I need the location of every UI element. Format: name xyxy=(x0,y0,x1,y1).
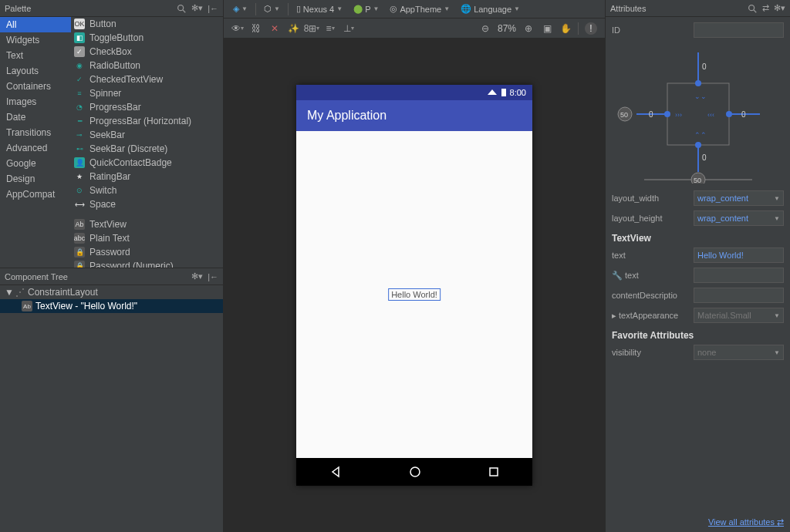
palette-item[interactable]: ✓CheckBox xyxy=(71,45,223,59)
palette-item-label: Plain Text xyxy=(89,233,130,244)
widget-icon: ✓ xyxy=(74,74,85,85)
palette-item[interactable]: ★RatingBar xyxy=(71,170,223,184)
palette-item[interactable]: ≡Spinner xyxy=(71,86,223,100)
gear-icon[interactable]: ✻▾ xyxy=(191,3,203,13)
text-appearance-field[interactable]: Material.Small▼ xyxy=(694,308,784,323)
widget-icon: 🔒 xyxy=(74,261,85,268)
layout-height-field[interactable]: wrap_content▼ xyxy=(694,210,784,226)
orientation-button[interactable]: ⬡▼ xyxy=(261,2,283,15)
align-icon[interactable]: ⊥▾ xyxy=(343,22,355,35)
back-icon[interactable] xyxy=(329,466,342,478)
infer-constraints-icon[interactable]: ✨ xyxy=(287,22,299,35)
gear-icon[interactable]: ✻▾ xyxy=(191,271,203,281)
palette-category[interactable]: All xyxy=(0,17,71,32)
palette-category[interactable]: Widgets xyxy=(0,32,71,48)
nav-bar xyxy=(296,458,532,486)
palette-items: OKButton◧ToggleButton✓CheckBox◉RadioButt… xyxy=(71,17,223,268)
palette-category[interactable]: Google xyxy=(0,156,71,171)
id-field[interactable] xyxy=(694,22,784,38)
textview-widget[interactable]: Hello World! xyxy=(388,288,441,301)
component-tree-title: Component Tree xyxy=(5,272,187,281)
pan-icon[interactable]: ✋ xyxy=(559,22,572,35)
device-selector[interactable]: ▯ Nexus 4▼ xyxy=(293,2,346,15)
search-icon[interactable] xyxy=(747,3,758,14)
palette-item xyxy=(71,211,223,217)
palette-category[interactable]: Layouts xyxy=(0,63,71,79)
visibility-field[interactable]: none▼ xyxy=(694,345,784,360)
zoom-out-icon[interactable]: ⊖ xyxy=(479,22,491,35)
view-mode-icon[interactable]: 👁▾ xyxy=(231,22,244,35)
widget-icon: ◔ xyxy=(74,102,85,113)
language-selector[interactable]: 🌐 Language▼ xyxy=(457,2,523,15)
home-icon[interactable] xyxy=(409,466,421,478)
theme-selector[interactable]: ◎AppTheme▼ xyxy=(387,2,453,15)
tree-root[interactable]: ▼ ⋰ ConstraintLayout xyxy=(0,285,223,299)
palette-item[interactable]: 🔒Password xyxy=(71,245,223,259)
palette-category[interactable]: Transitions xyxy=(0,125,71,140)
palette-item[interactable]: 🔒Password (Numeric) xyxy=(71,259,223,268)
fit-icon[interactable]: ▣ xyxy=(541,22,553,35)
content-description-field[interactable] xyxy=(694,288,784,303)
app-screen[interactable]: Hello World! xyxy=(296,131,532,458)
layout-width-field[interactable]: wrap_content▼ xyxy=(694,190,784,206)
clear-constraints-icon[interactable]: ✕ xyxy=(268,22,281,35)
svg-point-13 xyxy=(664,111,670,117)
palette-item[interactable]: ◔ProgressBar xyxy=(71,100,223,114)
palette-item[interactable]: ⟷Space xyxy=(71,197,223,211)
palette-item[interactable]: ⊷SeekBar (Discrete) xyxy=(71,142,223,156)
app-title: My Application xyxy=(307,109,387,123)
attributes-title: Attributes xyxy=(610,4,742,13)
svg-text:0: 0 xyxy=(702,153,707,162)
filter-icon[interactable]: |← xyxy=(208,4,218,13)
palette-category[interactable]: Text xyxy=(0,48,71,63)
tree-child[interactable]: Ab TextView - "Hello World!" xyxy=(0,299,223,313)
pack-icon[interactable]: ≡▾ xyxy=(324,22,336,35)
search-icon[interactable] xyxy=(176,3,187,14)
palette-item[interactable]: 👤QuickContactBadge xyxy=(71,156,223,170)
warnings-icon[interactable]: ! xyxy=(585,22,597,35)
svg-point-12 xyxy=(695,80,701,86)
palette-category[interactable]: AppCompat xyxy=(0,187,71,202)
zoom-level: 87% xyxy=(498,23,516,34)
palette-item-label: Password (Numeric) xyxy=(89,261,174,268)
palette-category[interactable]: Containers xyxy=(0,79,71,94)
palette-item[interactable]: AbTextView xyxy=(71,217,223,231)
text-field[interactable]: Hello World! xyxy=(694,247,784,263)
swap-icon[interactable]: ⇄ xyxy=(762,3,769,13)
layout-width-label: layout_width xyxy=(612,194,689,203)
constraint-visualizer[interactable]: ››› ‹‹‹ ⌄⌄ ⌃⌃ 0 0 0 0 50 50 xyxy=(613,45,783,184)
palette-item[interactable]: ━ProgressBar (Horizontal) xyxy=(71,114,223,128)
device-frame: 8:00 My Application Hello World! xyxy=(296,85,532,486)
palette-category[interactable]: Design xyxy=(0,171,71,187)
palette-item-label: SeekBar (Discrete) xyxy=(89,143,167,154)
widget-icon: Ab xyxy=(74,219,85,230)
palette-item-label: ToggleButton xyxy=(89,32,143,43)
chevron-down-icon[interactable]: ▼ xyxy=(5,287,12,298)
status-time: 8:00 xyxy=(510,88,526,97)
design-canvas[interactable]: 8:00 My Application Hello World! xyxy=(224,39,605,532)
palette-category[interactable]: Images xyxy=(0,94,71,109)
palette-item[interactable]: OKButton xyxy=(71,17,223,31)
palette-category[interactable]: Date xyxy=(0,109,71,125)
view-all-attributes-link[interactable]: View all attributes ⇄ xyxy=(606,513,790,532)
palette-item[interactable]: ✓CheckedTextView xyxy=(71,72,223,86)
zoom-in-icon[interactable]: ⊕ xyxy=(522,22,535,35)
gear-icon[interactable]: ✻▾ xyxy=(774,3,785,13)
svg-text:0: 0 xyxy=(649,110,653,119)
margin-icon[interactable]: 8 ⊞▾ xyxy=(306,22,318,35)
api-selector[interactable]: ⬤ P▼ xyxy=(350,2,382,15)
palette-item[interactable]: ⊙Switch xyxy=(71,184,223,197)
palette-category[interactable]: Advanced xyxy=(0,140,71,156)
text-hint-field[interactable] xyxy=(694,268,784,283)
palette-item[interactable]: ⊸SeekBar xyxy=(71,128,223,142)
recent-icon[interactable] xyxy=(488,466,499,477)
layers-button[interactable]: ◈▼ xyxy=(230,2,251,15)
widget-icon: ≡ xyxy=(74,88,85,99)
collapse-icon[interactable]: |← xyxy=(208,272,218,281)
svg-rect-2 xyxy=(501,89,506,96)
palette-item[interactable]: ◧ToggleButton xyxy=(71,31,223,45)
palette-item[interactable]: abcPlain Text xyxy=(71,231,223,245)
magnet-icon[interactable]: ⛓ xyxy=(250,22,262,35)
palette-item[interactable]: ◉RadioButton xyxy=(71,59,223,72)
status-bar: 8:00 xyxy=(296,85,532,100)
